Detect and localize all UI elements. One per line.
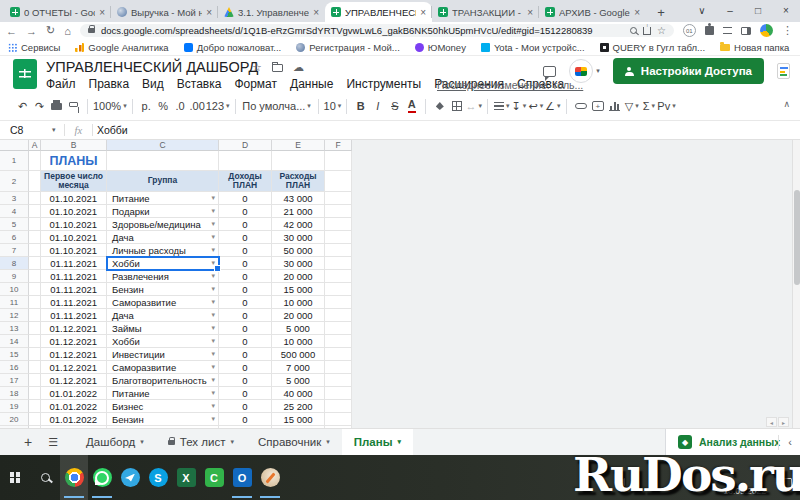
group-cell[interactable]: Личные расходы▾ bbox=[107, 244, 219, 257]
start-button[interactable] bbox=[0, 455, 30, 500]
expense-cell[interactable]: 10 000 bbox=[272, 335, 325, 348]
date-cell[interactable]: 01.11.2021 bbox=[41, 257, 107, 270]
expense-cell[interactable]: 15 000 bbox=[272, 283, 325, 296]
group-cell[interactable]: Хобби▾ bbox=[107, 257, 219, 270]
cell[interactable] bbox=[325, 400, 352, 413]
bookmark-item[interactable]: ЮMoney bbox=[415, 42, 466, 53]
group-cell[interactable]: Инвестиции▾ bbox=[107, 348, 219, 361]
cell[interactable] bbox=[325, 257, 352, 270]
expense-cell[interactable]: 20 000 bbox=[272, 270, 325, 283]
row-number[interactable]: 13 bbox=[0, 322, 29, 335]
chevron-down-icon[interactable]: ▾ bbox=[397, 438, 401, 446]
taskbar-search-icon[interactable] bbox=[30, 455, 60, 500]
row-number[interactable]: 10 bbox=[0, 283, 29, 296]
income-cell[interactable]: 0 bbox=[219, 335, 272, 348]
home-icon[interactable]: ⌂ bbox=[64, 25, 71, 37]
income-cell[interactable]: 0 bbox=[219, 192, 272, 205]
decrease-decimal-button[interactable]: .0 bbox=[172, 95, 189, 117]
cell[interactable] bbox=[325, 322, 352, 335]
date-cell[interactable]: 01.11.2021 bbox=[41, 296, 107, 309]
income-cell[interactable]: 0 bbox=[219, 400, 272, 413]
sheets-logo-icon[interactable] bbox=[13, 59, 37, 89]
row-number[interactable]: 4 bbox=[0, 205, 29, 218]
cell[interactable] bbox=[29, 270, 41, 283]
row-number[interactable]: 11 bbox=[0, 296, 29, 309]
date-cell[interactable]: 01.10.2021 bbox=[41, 218, 107, 231]
income-cell[interactable]: 0 bbox=[219, 322, 272, 335]
side-panel-icon[interactable] bbox=[741, 27, 751, 35]
cell[interactable] bbox=[29, 257, 41, 270]
sheet-tab[interactable]: Дашборд▾ bbox=[74, 429, 156, 455]
reload-icon[interactable]: ↻ bbox=[46, 24, 55, 37]
zoom-icon[interactable] bbox=[630, 27, 637, 34]
cell[interactable] bbox=[29, 218, 41, 231]
date-cell[interactable]: 01.12.2021 bbox=[41, 374, 107, 387]
cell[interactable] bbox=[325, 205, 352, 218]
menu-item[interactable]: Файл bbox=[46, 77, 76, 91]
scrollbar-thumb[interactable] bbox=[794, 190, 800, 285]
currency-format-button[interactable]: р. bbox=[138, 95, 155, 117]
taskbar-app-excel[interactable]: X bbox=[172, 455, 200, 500]
taskbar-app-pen[interactable] bbox=[256, 455, 284, 500]
expense-cell[interactable]: 40 000 bbox=[272, 387, 325, 400]
sheet-tab[interactable]: Планы▾ bbox=[342, 429, 413, 455]
cell[interactable] bbox=[29, 335, 41, 348]
cell[interactable] bbox=[325, 283, 352, 296]
dropdown-arrow-icon[interactable]: ▾ bbox=[211, 194, 218, 202]
cell[interactable] bbox=[29, 348, 41, 361]
income-cell[interactable]: 0 bbox=[219, 205, 272, 218]
column-header[interactable]: F bbox=[325, 140, 352, 151]
comments-icon[interactable] bbox=[543, 66, 556, 77]
document-title[interactable]: УПРАВЛЕНЧЕСКИЙ ДАШБОРД bbox=[46, 59, 258, 75]
tab-close-icon[interactable]: × bbox=[206, 7, 212, 18]
menu-item[interactable]: Данные bbox=[290, 77, 333, 91]
cell[interactable] bbox=[325, 270, 352, 283]
expense-cell[interactable]: 7 000 bbox=[272, 361, 325, 374]
url-box[interactable]: docs.google.com/spreadsheets/d/1Q1B-eRzG… bbox=[80, 24, 674, 37]
insert-comment-button[interactable]: + bbox=[589, 95, 606, 117]
minimize-icon[interactable]: – bbox=[716, 0, 744, 20]
cell[interactable] bbox=[29, 387, 41, 400]
group-cell[interactable]: Питание▾ bbox=[107, 192, 219, 205]
income-cell[interactable]: 0 bbox=[219, 283, 272, 296]
date-cell[interactable]: 01.11.2021 bbox=[41, 309, 107, 322]
menu-item[interactable]: Правка bbox=[89, 77, 130, 91]
date-cell[interactable]: 01.01.2022 bbox=[41, 413, 107, 426]
group-cell[interactable]: Займы▾ bbox=[107, 322, 219, 335]
cell[interactable] bbox=[29, 361, 41, 374]
group-cell[interactable]: Подарки▾ bbox=[107, 205, 219, 218]
new-tab-button[interactable]: + bbox=[652, 3, 670, 21]
expense-cell[interactable]: 5 000 bbox=[272, 322, 325, 335]
horizontal-align-button[interactable]: ▾ bbox=[493, 95, 510, 117]
move-folder-icon[interactable] bbox=[272, 64, 283, 72]
increase-decimal-button[interactable]: .00 bbox=[189, 95, 206, 117]
browser-tab[interactable]: ТРАНЗАКЦИИ - Google× bbox=[432, 2, 539, 22]
cell[interactable] bbox=[107, 151, 219, 171]
dropdown-arrow-icon[interactable]: ▾ bbox=[211, 337, 218, 345]
expense-cell[interactable]: 42 000 bbox=[272, 218, 325, 231]
dropdown-arrow-icon[interactable]: ▾ bbox=[211, 272, 218, 280]
vertical-align-button[interactable]: ↧▾ bbox=[510, 95, 527, 117]
bookmark-item[interactable]: Yota - Мои устройс... bbox=[481, 42, 585, 53]
share-access-button[interactable]: Настройки Доступа bbox=[613, 58, 764, 84]
expense-cell[interactable]: 20 000 bbox=[272, 309, 325, 322]
cell[interactable] bbox=[29, 171, 41, 192]
meet-button[interactable]: ▾ bbox=[569, 59, 600, 83]
add-sheet-icon[interactable]: + bbox=[24, 434, 32, 450]
column-header[interactable]: C bbox=[107, 140, 219, 151]
sheet-tab[interactable]: Справочник▾ bbox=[246, 429, 342, 455]
row-number[interactable]: 6 bbox=[0, 231, 29, 244]
bookmark-star-icon[interactable]: ☆ bbox=[657, 25, 666, 36]
chevron-down-icon[interactable]: ▾ bbox=[140, 438, 144, 446]
bold-button[interactable]: B bbox=[352, 95, 369, 117]
paint-format-icon[interactable] bbox=[65, 95, 82, 117]
reading-list-icon[interactable] bbox=[723, 27, 732, 34]
row-number[interactable]: 18 bbox=[0, 387, 29, 400]
group-cell[interactable]: Здоровье/медицина▾ bbox=[107, 218, 219, 231]
group-cell[interactable]: Бензин▾ bbox=[107, 413, 219, 426]
italic-button[interactable]: I bbox=[369, 95, 386, 117]
column-header[interactable]: B bbox=[41, 140, 107, 151]
cell[interactable] bbox=[29, 192, 41, 205]
date-cell[interactable]: 01.10.2021 bbox=[41, 231, 107, 244]
cell[interactable] bbox=[29, 205, 41, 218]
